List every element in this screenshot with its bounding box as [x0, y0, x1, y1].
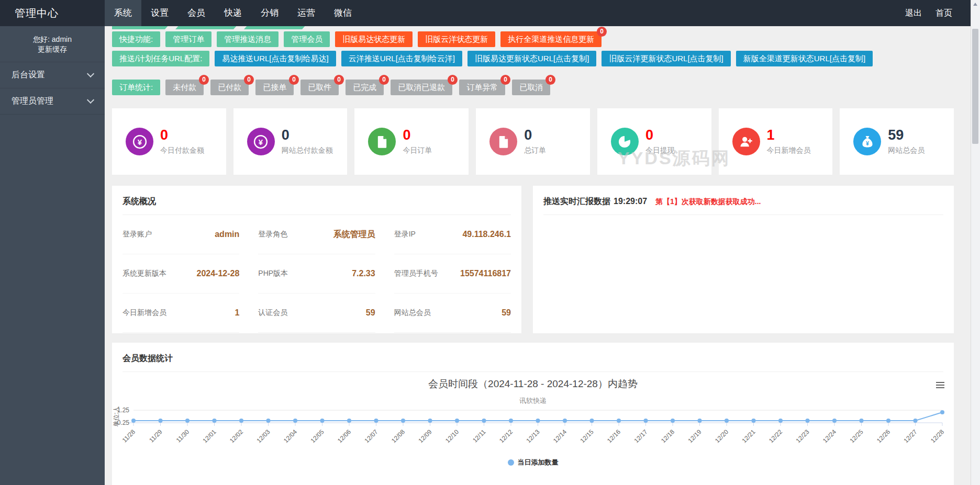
svg-text:12/09: 12/09 — [417, 428, 433, 444]
count-badge: 0 — [289, 75, 299, 85]
overview-cell-login-role: 登录角色 系统管理员 — [258, 215, 375, 254]
card-today-withdrawal: 0 今日提现 — [597, 108, 711, 175]
legend-label: 当日添加数量 — [518, 458, 559, 467]
sidebar-item-backend-settings[interactable]: 后台设置 — [0, 62, 105, 88]
push-report-panel: 推送实时汇报数据 19:29:07 第【1】次获取新数据获取成功... — [533, 186, 954, 333]
cell-value: 59 — [502, 308, 511, 318]
stat-label: 今日付款金额 — [160, 146, 204, 155]
overview-cell-login-ip: 登录IP 49.118.246.1 — [394, 215, 511, 254]
svg-text:12/04: 12/04 — [282, 428, 298, 444]
count-badge: 0 — [334, 75, 344, 85]
system-overview-panel: 系统概况 登录账户 admin 登录角色 系统管理员 登录IP 49.118.2… — [112, 186, 521, 333]
cell-label: 登录IP — [394, 230, 416, 239]
svg-text:12/20: 12/20 — [714, 428, 730, 444]
button-label: 已完成 — [353, 83, 376, 92]
svg-text:12/18: 12/18 — [660, 428, 676, 444]
manage-push-messages-button[interactable]: 管理推送消息 — [217, 31, 279, 47]
nav-item-operation[interactable]: 运营 — [288, 0, 325, 26]
chart-menu-icon[interactable] — [936, 380, 944, 390]
stat-value: 0 — [645, 128, 675, 142]
manage-members-button[interactable]: 管理会员 — [284, 31, 330, 47]
button-label: 未付款 — [173, 83, 196, 92]
sidebar: 您好: admin 更新缓存 后台设置 管理员管理 — [0, 26, 105, 485]
manage-orders-button[interactable]: 管理订单 — [165, 31, 211, 47]
cancelled-orders-button[interactable]: 已取消 0 — [512, 80, 550, 95]
member-stats-panel: 会员数据统计 会员时间段（2024-11-28 - 2024-12-28）内趋势… — [112, 343, 954, 485]
nav-item-system[interactable]: 系统 — [105, 0, 141, 26]
document-icon — [368, 128, 396, 155]
completed-orders-button[interactable]: 已完成 0 — [346, 80, 384, 95]
nav-item-wechat[interactable]: 微信 — [325, 0, 361, 26]
svg-text:11/29: 11/29 — [148, 428, 164, 444]
stat-label: 总订单 — [524, 146, 546, 155]
yida-push-url-button[interactable]: 易达推送URL[点击复制给易达] — [215, 51, 336, 66]
svg-text:12/11: 12/11 — [471, 428, 487, 444]
vertical-scrollbar[interactable] — [971, 0, 980, 485]
svg-text:12/25: 12/25 — [848, 428, 864, 444]
cell-label: 系统更新版本 — [122, 269, 166, 278]
yen-circle-icon: ¥ — [126, 128, 153, 155]
sidebar-item-label: 后台设置 — [12, 70, 45, 81]
chart-legend[interactable]: 当日添加数量 — [112, 458, 954, 467]
button-label: 订单异常 — [466, 83, 498, 92]
svg-text:12/19: 12/19 — [686, 428, 703, 444]
overview-cell-verified-members: 认证会员 59 — [258, 294, 375, 333]
picked-up-orders-button[interactable]: 已取件 0 — [300, 80, 339, 95]
refresh-cache-link[interactable]: 更新缓存 — [0, 44, 105, 54]
home-link[interactable]: 首页 — [929, 0, 959, 26]
svg-text:12/27: 12/27 — [902, 428, 918, 444]
quick-actions-label: 快捷功能: — [112, 31, 160, 47]
cell-label: 登录账户 — [122, 230, 152, 239]
accepted-orders-button[interactable]: 已接单 0 — [255, 80, 294, 95]
cell-value: admin — [215, 230, 239, 239]
user-plus-icon — [732, 128, 760, 155]
overview-cell-system-version: 系统更新版本 2024-12-28 — [122, 254, 239, 294]
stat-value: 0 — [403, 128, 432, 142]
button-label: 已接单 — [263, 83, 286, 92]
order-stats-row: 订单统计: 未付款 0 已付款 0 已接单 0 已取件 0 已完成 0 已取消已… — [112, 80, 954, 95]
scrollbar-thumb[interactable] — [972, 29, 978, 144]
sidebar-item-label: 管理员管理 — [12, 96, 53, 107]
svg-text:12/24: 12/24 — [821, 428, 838, 444]
panel-title: 推送实时汇报数据 — [543, 196, 610, 207]
old-yunyang-status-update-button[interactable]: 旧版云洋状态更新 — [418, 31, 495, 47]
old-yida-update-url-button[interactable]: 旧版易达更新状态URL[点击复制] — [467, 51, 596, 66]
button-label: 已付款 — [218, 83, 241, 92]
nav-item-express[interactable]: 快递 — [215, 0, 251, 26]
overview-grid: 登录账户 admin 登录角色 系统管理员 登录IP 49.118.246.1 … — [122, 215, 511, 333]
logout-link[interactable]: 退出 — [898, 0, 929, 26]
stat-label: 今日新增会员 — [767, 146, 811, 155]
cell-label: 网站总会员 — [394, 308, 431, 318]
money-bag-icon: ¥ — [853, 128, 881, 155]
nav-item-settings[interactable]: 设置 — [141, 0, 178, 26]
abnormal-orders-button[interactable]: 订单异常 0 — [459, 80, 505, 95]
svg-text:11/30: 11/30 — [175, 428, 191, 444]
cell-label: PHP版本 — [258, 269, 288, 278]
yunyang-push-url-button[interactable]: 云洋推送URL[点击复制给云洋] — [341, 51, 462, 66]
sidebar-item-admin-management[interactable]: 管理员管理 — [0, 88, 105, 115]
count-badge: 0 — [448, 75, 458, 85]
old-yida-status-update-button[interactable]: 旧版易达状态更新 — [335, 31, 413, 47]
svg-text:12/16: 12/16 — [606, 428, 622, 444]
card-total-members: ¥ 59 网站总会员 — [840, 108, 954, 175]
svg-text:12/21: 12/21 — [740, 428, 756, 444]
svg-text:12/02: 12/02 — [228, 428, 244, 444]
stat-label: 网站总会员 — [888, 146, 925, 155]
cell-value: 系统管理员 — [333, 229, 375, 240]
unpaid-orders-button[interactable]: 未付款 0 — [165, 80, 204, 95]
nav-item-members[interactable]: 会员 — [178, 0, 215, 26]
cell-label: 管理员手机号 — [394, 269, 438, 278]
cell-label: 今日新增会员 — [122, 308, 166, 318]
old-yunyang-update-url-button[interactable]: 旧版云洋更新状态URL[点击复制] — [602, 51, 730, 66]
button-label: 已取消已退款 — [398, 83, 445, 92]
cancelled-refunded-orders-button[interactable]: 已取消已退款 0 — [391, 80, 452, 95]
all-channel-push-update-button[interactable]: 执行全渠道推送信息更新 0 — [500, 31, 602, 47]
paid-orders-button[interactable]: 已付款 0 — [210, 80, 249, 95]
chevron-down-icon — [87, 96, 94, 104]
stat-label: 今日订单 — [403, 146, 432, 155]
svg-text:12/03: 12/03 — [255, 428, 271, 444]
greeting-text: 您好: admin — [0, 35, 105, 44]
scroll-up-arrow-icon[interactable] — [973, 3, 977, 6]
new-all-channel-update-url-button[interactable]: 新版全渠道更新状态URL[点击复制] — [736, 51, 873, 66]
nav-item-distribution[interactable]: 分销 — [251, 0, 288, 26]
